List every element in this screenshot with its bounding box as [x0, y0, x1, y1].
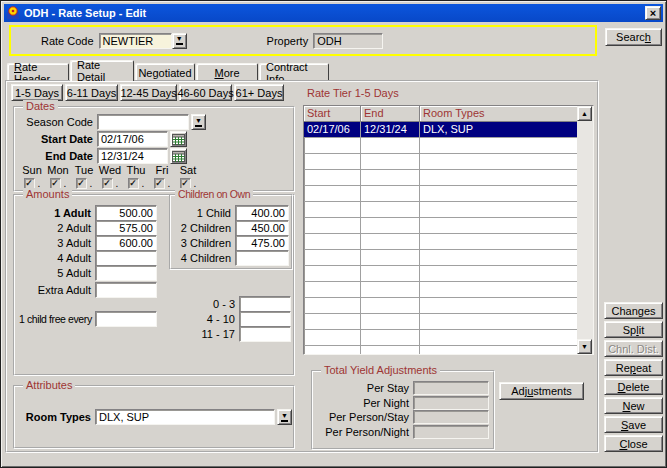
rate-code-label: Rate Code	[41, 35, 94, 47]
child-free-every-field[interactable]	[95, 311, 157, 327]
room-types-lov-button[interactable]: ▼	[277, 409, 292, 425]
amounts-legend: Amounts	[23, 188, 72, 201]
tab-contract-info[interactable]: Contract Info	[259, 63, 329, 81]
table-row[interactable]	[304, 346, 593, 355]
tab-61-plus-days[interactable]: 61+ Days	[234, 84, 284, 101]
age-4-10-field[interactable]	[239, 311, 291, 327]
table-row[interactable]	[304, 154, 593, 170]
per-person-stay-field[interactable]	[413, 410, 489, 424]
extra-adult-field[interactable]	[95, 282, 157, 298]
rate-code-field[interactable]: NEWTIER	[99, 33, 172, 49]
tab-rate-header[interactable]: Rate Header	[7, 63, 69, 81]
table-row[interactable]	[304, 282, 593, 298]
property-field[interactable]: ODH	[313, 33, 383, 49]
scroll-down-button[interactable]: ▼	[577, 339, 592, 354]
delete-button[interactable]: Delete	[604, 378, 663, 395]
table-row[interactable]	[304, 218, 593, 234]
table-row[interactable]	[304, 330, 593, 346]
child-2-label: 2 Children	[173, 222, 231, 234]
child-3-label: 3 Children	[173, 237, 231, 249]
table-row[interactable]	[304, 266, 593, 282]
tab-46-60-days[interactable]: 46-60 Days	[179, 84, 232, 101]
rate-detail-panel: 1-5 Days 6-11 Days 12-45 Days 46-60 Days…	[5, 80, 599, 453]
child-free-every-label: 1 child free every	[19, 313, 91, 325]
checkbox-tue[interactable]: ✓	[76, 178, 87, 189]
adjustments-button[interactable]: Adjustments	[499, 382, 584, 400]
per-person-stay-label: Per Person/Stay	[315, 411, 409, 423]
child-1-field[interactable]: 400.00	[235, 205, 289, 221]
titlebar: ODH - Rate Setup - Edit ×	[4, 4, 663, 22]
table-row[interactable]	[304, 202, 593, 218]
table-header: Start End Room Types	[304, 106, 593, 122]
adult-2-field[interactable]: 575.00	[95, 220, 157, 236]
checkbox-wed[interactable]: ✓	[102, 178, 113, 189]
season-code-label: Season Code	[19, 116, 93, 128]
changes-button[interactable]: Changes	[604, 302, 663, 319]
tab-more[interactable]: More	[196, 63, 258, 81]
adult-5-field[interactable]	[95, 265, 157, 281]
age-0-3-field[interactable]	[239, 296, 291, 312]
end-date-calendar-button[interactable]	[170, 148, 187, 164]
per-stay-label: Per Stay	[315, 382, 409, 394]
tab-1-5-days[interactable]: 1-5 Days	[11, 84, 63, 101]
col-end: End	[361, 106, 420, 121]
adult-2-label: 2 Adult	[19, 222, 91, 234]
table-row[interactable]	[304, 314, 593, 330]
attributes-legend: Attributes	[23, 379, 75, 392]
close-window-button[interactable]: ×	[645, 6, 661, 20]
end-date-field[interactable]: 12/31/24	[97, 148, 168, 164]
close-button[interactable]: Close	[604, 435, 663, 452]
table-scrollbar[interactable]: ▲ ▼	[577, 106, 593, 354]
repeat-button[interactable]: Repeat	[604, 359, 663, 376]
checkbox-thu[interactable]: ✓	[128, 178, 139, 189]
checkbox-fri[interactable]: ✓	[154, 178, 165, 189]
chnl-dist-button[interactable]: Chnl. Dist.	[604, 340, 663, 357]
scroll-up-button[interactable]: ▲	[577, 106, 592, 121]
per-stay-field[interactable]	[413, 381, 489, 395]
tab-rate-detail[interactable]: Rate Detail	[70, 60, 134, 81]
table-row[interactable]	[304, 250, 593, 266]
table-row[interactable]	[304, 298, 593, 314]
extra-adult-label: Extra Adult	[19, 284, 91, 296]
child-3-field[interactable]: 475.00	[235, 235, 289, 251]
table-row[interactable]	[304, 234, 593, 250]
tab-negotiated[interactable]: Negotiated	[135, 63, 195, 81]
season-code-field[interactable]	[97, 114, 189, 130]
age-11-17-field[interactable]	[239, 326, 291, 342]
lov-arrow-icon: ▼	[281, 413, 288, 419]
tab-bar: Rate Header Rate Detail Negotiated More …	[7, 61, 330, 81]
dates-group: Dates Season Code ▼ Start Date 02/17/06	[13, 106, 295, 192]
adult-4-field[interactable]	[95, 250, 157, 266]
per-night-field[interactable]	[413, 396, 489, 410]
start-date-field[interactable]: 02/17/06	[97, 131, 168, 147]
per-person-night-label: Per Person/Night	[315, 426, 409, 438]
table-row-selected[interactable]: 02/17/06 12/31/24 DLX, SUP	[304, 122, 593, 138]
table-row[interactable]	[304, 186, 593, 202]
table-row[interactable]	[304, 170, 593, 186]
age-0-3-label: 0 - 3	[173, 298, 235, 310]
calendar-icon	[172, 151, 185, 162]
adult-3-field[interactable]: 600.00	[95, 235, 157, 251]
lov-bar-icon	[281, 420, 288, 422]
child-2-field[interactable]: 450.00	[235, 220, 289, 236]
new-button[interactable]: New	[604, 397, 663, 414]
split-button[interactable]: Split	[604, 321, 663, 338]
room-types-field[interactable]: DLX, SUP	[95, 409, 275, 425]
calendar-icon	[172, 134, 185, 145]
rate-code-lov-button[interactable]: ▼	[172, 33, 187, 49]
per-person-night-field[interactable]	[413, 425, 489, 439]
child-4-field[interactable]	[235, 250, 289, 266]
adult-4-label: 4 Adult	[19, 252, 91, 264]
window-title: ODH - Rate Setup - Edit	[24, 7, 645, 19]
adult-1-field[interactable]: 500.00	[95, 205, 157, 221]
table-row[interactable]	[304, 138, 593, 154]
tab-12-45-days[interactable]: 12-45 Days	[120, 84, 177, 101]
search-button[interactable]: Search	[605, 28, 662, 46]
tab-6-11-days[interactable]: 6-11 Days	[65, 84, 118, 101]
lov-bar-icon	[195, 125, 202, 127]
attributes-group: Attributes Room Types DLX, SUP ▼	[13, 385, 295, 449]
season-code-lov-button[interactable]: ▼	[191, 114, 206, 130]
start-date-calendar-button[interactable]	[170, 131, 187, 147]
save-button[interactable]: Save	[604, 416, 663, 433]
children-group: Children on Own 1 Child 400.00 2 Childre…	[169, 194, 293, 270]
